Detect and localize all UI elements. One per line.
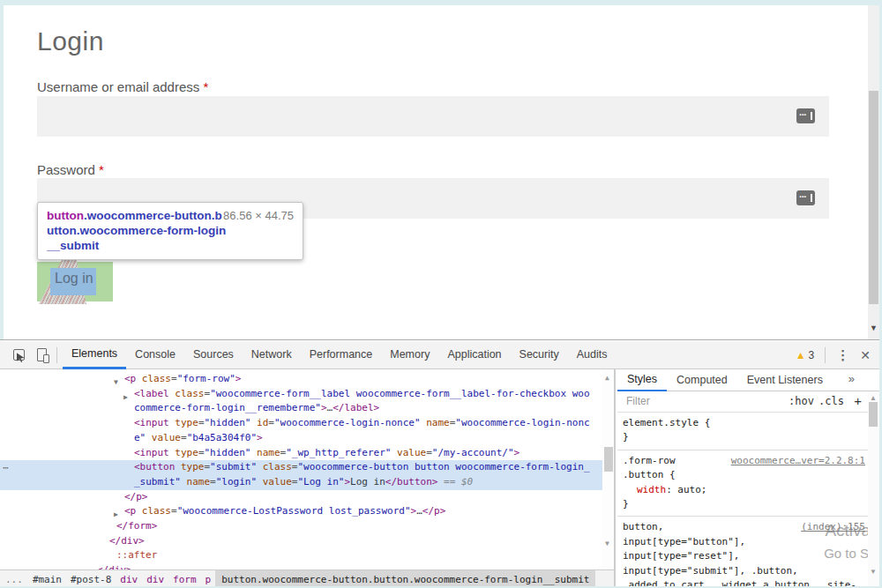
dom-tree-row[interactable]: ▶<p class="woocommerce-LostPassword lost…: [0, 504, 614, 519]
kebab-menu-icon[interactable]: ⋮: [836, 347, 849, 363]
devtools-tab-sources[interactable]: Sources: [184, 341, 243, 369]
styles-tabs: StylesComputedEvent Listeners »: [617, 369, 879, 391]
scroll-down-arrow-icon[interactable]: ▼: [870, 324, 878, 332]
breadcrumb-item[interactable]: p: [201, 574, 216, 585]
node-options-dots[interactable]: ⋯: [3, 461, 9, 476]
scroll-down-arrow-icon[interactable]: ▼: [870, 568, 877, 576]
code-token: <p: [124, 505, 136, 517]
tooltip-classes: __submit: [47, 239, 99, 252]
dom-tree-row[interactable]: <input type="hidden" id="woocommerce-log…: [0, 416, 614, 445]
warnings-badge[interactable]: ▲ 3: [796, 349, 815, 361]
devtools-tab-application[interactable]: Application: [438, 341, 510, 369]
tooltip-classes: utton.woocommerce-form-login: [47, 224, 226, 237]
dom-tree-row[interactable]: <button type="submit" class="woocommerce…: [0, 460, 614, 489]
code-token: <input: [134, 417, 169, 428]
dom-tree-row[interactable]: </div>: [0, 534, 614, 549]
styles-scrollbar[interactable]: ▲ ▼: [868, 391, 879, 588]
new-style-rule-button[interactable]: +: [854, 393, 862, 408]
code-token: <label: [134, 388, 169, 399]
device-toolbar-icon[interactable]: [30, 344, 53, 367]
devtools-tab-performance[interactable]: Performance: [301, 341, 382, 369]
reveal-password-icon[interactable]: ···: [796, 190, 815, 205]
code-token: type: [169, 447, 198, 458]
page-scrollbar[interactable]: ▼: [868, 5, 879, 339]
styles-scrollbar-thumb[interactable]: [869, 402, 878, 427]
code-token: "form-row": [177, 373, 235, 384]
style-rule-block[interactable]: (index):155button,input[type="button"],i…: [617, 517, 879, 588]
close-devtools-icon[interactable]: ✕: [860, 348, 871, 362]
code-token: </label>: [333, 402, 379, 413]
breadcrumb-item[interactable]: button.woocommerce-button.button.woocomm…: [215, 570, 595, 588]
code-token: "woocommerce-login-nonce": [274, 417, 421, 428]
toolbar-separator: [825, 347, 826, 363]
breadcrumb-item[interactable]: #post-8: [66, 574, 116, 585]
css-selector-line: input[type="button"],: [623, 535, 856, 549]
style-rule-block[interactable]: element.style {}: [617, 413, 879, 450]
expand-arrow-icon[interactable]: ▶: [123, 391, 128, 406]
code-token: "b4a5a304f0": [187, 432, 257, 443]
reveal-dots: ···: [799, 192, 806, 202]
dom-tree-row[interactable]: ::after: [0, 548, 614, 563]
styles-tab-computed[interactable]: Computed: [667, 369, 737, 391]
element-class-toggle[interactable]: .cls: [818, 395, 844, 407]
devtools-tab-audits[interactable]: Audits: [568, 341, 617, 369]
stylesheet-source-link[interactable]: woocommerce…ver=2.2.8:1: [731, 454, 865, 468]
code-token: type: [175, 461, 204, 473]
scroll-up-arrow-icon[interactable]: ▲: [870, 394, 877, 402]
css-declaration[interactable]: width: auto;: [623, 483, 856, 497]
inspect-box-glyph: [13, 349, 25, 361]
style-rule-block[interactable]: woocommerce…ver=2.2.8:1.form-row.button …: [617, 450, 879, 517]
dom-tree-row[interactable]: ▼<p class="form-row">: [0, 372, 614, 387]
styles-tab-event-listeners[interactable]: Event Listeners: [737, 369, 833, 391]
code-token: >: [257, 432, 263, 443]
code-token: "Log in": [297, 476, 344, 488]
page-scrollbar-thumb[interactable]: [869, 91, 878, 304]
code-token: name: [250, 447, 280, 458]
username-input[interactable]: ···: [37, 96, 829, 137]
username-label-text: Username or email address: [37, 79, 199, 94]
breadcrumb-item[interactable]: div: [142, 574, 168, 585]
dom-tree-row[interactable]: <input type="hidden" name="_wp_http_refe…: [0, 446, 614, 461]
code-token: </button>: [385, 476, 438, 488]
devtools-tab-console[interactable]: Console: [126, 341, 184, 369]
scroll-up-arrow-icon[interactable]: ▲: [605, 371, 609, 386]
toolbar-right-controls: ▲ 3 ⋮ ✕: [796, 341, 871, 369]
code-token: >: [514, 447, 520, 458]
breadcrumb-item[interactable]: #main: [28, 574, 66, 585]
dom-tree-row[interactable]: </form>: [0, 519, 614, 534]
code-token: == $0: [437, 476, 473, 488]
device-inner-glyph: [43, 354, 49, 363]
dom-tree-row[interactable]: ▶<label class="woocommerce-form__label w…: [0, 387, 614, 416]
code-token: =: [171, 505, 177, 517]
code-token: =: [198, 447, 205, 458]
css-selector-line: input[type="reset"],: [623, 549, 856, 563]
breadcrumb-item[interactable]: form: [168, 574, 201, 585]
devtools-tabs: ElementsConsoleSourcesNetworkPerformance…: [63, 341, 616, 369]
elements-scrollbar[interactable]: ▲ ▼: [602, 369, 616, 569]
code-token: =: [198, 417, 205, 428]
code-token: id: [250, 417, 268, 428]
styles-tab-styles[interactable]: Styles: [617, 369, 667, 391]
stylesheet-source-link[interactable]: (index):155: [801, 520, 865, 534]
breadcrumb-item[interactable]: div: [116, 574, 142, 585]
devtools-tab-security[interactable]: Security: [511, 341, 568, 369]
elements-scrollbar-thumb[interactable]: [604, 447, 613, 472]
scroll-down-arrow-icon[interactable]: ▼: [605, 537, 609, 552]
devtools-tab-network[interactable]: Network: [243, 341, 301, 369]
dom-tree-row[interactable]: </div>: [0, 563, 614, 569]
breadcrumb-item[interactable]: ...: [0, 574, 28, 585]
window-edge: [0, 5, 4, 339]
dom-tree-row[interactable]: </p>: [0, 490, 614, 505]
code-token: =: [210, 476, 216, 488]
reveal-password-icon[interactable]: ···: [796, 108, 815, 123]
code-token: class: [136, 373, 171, 384]
css-property-value: : auto;: [666, 484, 706, 495]
more-tabs-icon[interactable]: »: [848, 372, 855, 385]
login-button[interactable]: Log in: [55, 271, 93, 287]
code-token: </form>: [116, 520, 157, 532]
pseudo-state-toggle[interactable]: :hov: [789, 395, 814, 407]
devtools-tab-elements[interactable]: Elements: [63, 341, 126, 369]
inspect-element-icon[interactable]: [7, 344, 30, 367]
devtools-tab-memory[interactable]: Memory: [381, 341, 438, 369]
styles-filter-input[interactable]: Filter: [626, 395, 650, 407]
